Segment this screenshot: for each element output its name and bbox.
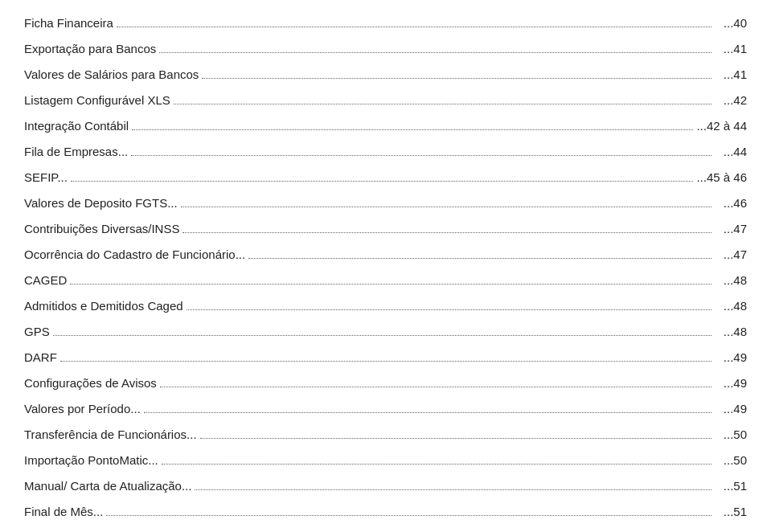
toc-dots — [160, 387, 712, 387]
toc-page-number: ...49 — [715, 350, 747, 364]
toc-dots — [60, 361, 712, 362]
toc-row: Final de Mês......51 — [24, 505, 747, 527]
toc-page-number: ...41 — [715, 42, 747, 55]
toc-page-number: ...42 — [715, 93, 747, 107]
toc-item-label: Configurações de Avisos — [24, 376, 157, 390]
toc-row: Admitidos e Demitidos Caged...48 — [24, 299, 747, 321]
toc-dots — [117, 27, 712, 27]
toc-row: Integração Contábil...42 à 44 — [24, 119, 747, 141]
toc-page-number: ...47 — [715, 248, 747, 261]
toc-row: Manual/ Carta de Atualização......51 — [24, 479, 747, 501]
toc-row: Listagem Configurável XLS...42 — [24, 93, 747, 116]
toc-row: DARF...49 — [24, 350, 747, 373]
toc-item-label: CAGED — [24, 273, 67, 287]
toc-row: SEFIP......45 à 46 — [24, 170, 747, 193]
toc-dots — [195, 489, 712, 490]
toc-item-label: Final de Mês... — [24, 505, 103, 518]
toc-dots — [174, 104, 712, 104]
toc-item-label: Valores de Salários para Bancos — [24, 68, 199, 81]
toc-page-number: ...45 à 46 — [696, 170, 747, 184]
toc-dots — [53, 335, 712, 336]
toc-page-number: ...40 — [715, 16, 747, 30]
toc-page-number: ...48 — [715, 273, 747, 287]
toc-row: Importação PontoMatic......50 — [24, 453, 747, 476]
toc-item-label: Manual/ Carta de Atualização... — [24, 479, 191, 493]
toc-dots — [200, 438, 712, 439]
toc-page-number: ...46 — [715, 196, 747, 210]
toc-page-number: ...44 — [715, 145, 747, 158]
toc-item-label: Fila de Empresas... — [24, 145, 128, 158]
toc-page-number: ...50 — [715, 428, 747, 441]
toc-page-number: ...47 — [715, 222, 747, 235]
toc-dots — [202, 78, 712, 79]
toc-item-label: Ficha Financeira — [24, 16, 113, 30]
toc-dots — [162, 464, 712, 464]
toc-row: Ocorrência do Cadastro de Funcionário...… — [24, 248, 747, 270]
toc-row: GPS...48 — [24, 325, 747, 347]
toc-item-label: Listagem Configurável XLS — [24, 93, 170, 107]
toc-dots — [132, 129, 693, 130]
toc-dots — [181, 207, 712, 207]
toc-row: Transferência de Funcionários......50 — [24, 428, 747, 450]
toc-dots — [159, 52, 712, 53]
toc-dots — [182, 232, 712, 233]
toc-page-number: ...51 — [715, 479, 747, 493]
toc-item-label: Transferência de Funcionários... — [24, 428, 197, 441]
toc-page-number: ...51 — [715, 505, 747, 518]
toc-item-label: Contribuições Diversas/INSS — [24, 222, 179, 235]
toc-row: Fila de Empresas......44 — [24, 145, 747, 167]
toc-page-number: ...41 — [715, 68, 747, 81]
toc-dots — [144, 412, 712, 413]
toc-dots — [106, 515, 712, 516]
toc-dots — [131, 155, 712, 156]
toc-item-label: Valores de Deposito FGTS... — [24, 196, 178, 210]
toc-page-number: ...48 — [715, 325, 747, 338]
toc-item-label: Exportação para Bancos — [24, 42, 156, 55]
toc-item-label: Valores por Período... — [24, 402, 141, 415]
toc-dots — [71, 181, 694, 182]
toc-container: Ficha Financeira...40Exportação para Ban… — [24, 16, 747, 532]
toc-row: Valores por Período......49 — [24, 402, 747, 424]
toc-dots — [187, 309, 712, 310]
toc-dots — [70, 284, 712, 284]
toc-item-label: Ocorrência do Cadastro de Funcionário... — [24, 248, 245, 261]
toc-row: Exportação para Bancos...41 — [24, 42, 747, 64]
toc-item-label: SEFIP... — [24, 170, 68, 184]
toc-row: Contribuições Diversas/INSS...47 — [24, 222, 747, 244]
toc-item-label: DARF — [24, 350, 57, 364]
toc-row: Valores de Salários para Bancos...41 — [24, 68, 747, 90]
toc-page-number: ...48 — [715, 299, 747, 313]
toc-dots — [248, 258, 712, 259]
toc-page-number: ...42 à 44 — [696, 119, 747, 133]
toc-page-number: ...50 — [715, 453, 747, 467]
toc-row: Ficha Financeira...40 — [24, 16, 747, 39]
toc-page-number: ...49 — [715, 402, 747, 415]
toc-row: Valores de Deposito FGTS......46 — [24, 196, 747, 219]
toc-page-number: ...49 — [715, 376, 747, 390]
toc-item-label: Importação PontoMatic... — [24, 453, 158, 467]
toc-item-label: Integração Contábil — [24, 119, 129, 133]
toc-row: Configurações de Avisos...49 — [24, 376, 747, 399]
toc-row: CAGED...48 — [24, 273, 747, 296]
toc-item-label: Admitidos e Demitidos Caged — [24, 299, 183, 313]
toc-item-label: GPS — [24, 325, 50, 338]
